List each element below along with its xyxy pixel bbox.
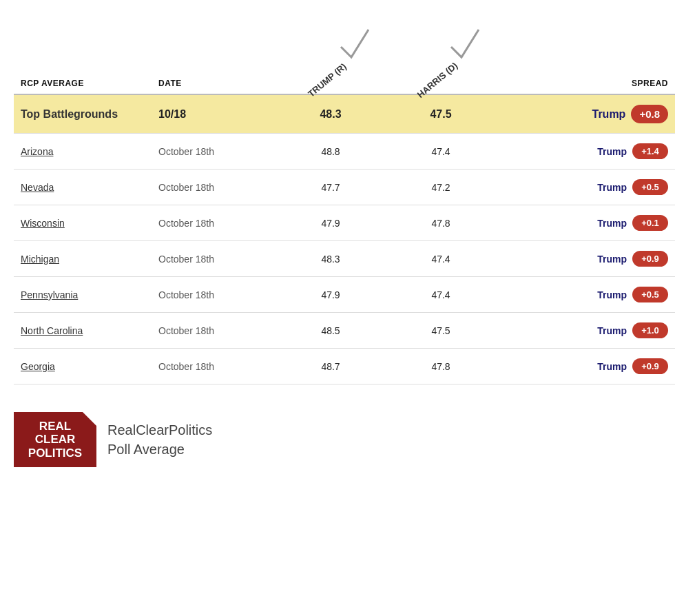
state-cell[interactable]: Wisconsin — [14, 205, 152, 241]
spread-inner: Trump +0.9 — [503, 358, 668, 374]
spread-badge: +0.1 — [632, 215, 668, 231]
battleground-trump-value: 48.3 — [320, 108, 341, 120]
battleground-summary-row: Top Battlegrounds 10/18 48.3 47.5 Trump … — [14, 94, 675, 134]
state-link[interactable]: Wisconsin — [21, 218, 65, 229]
harris-header-container: HARRIS (D) — [393, 26, 489, 88]
table-row: Pennsylvania October 18th 47.9 47.4 Trum… — [14, 277, 675, 313]
brand-text: RealClearPolitics Poll Average — [107, 420, 212, 459]
spread-inner: Trump +1.0 — [503, 322, 668, 338]
col-header-trump: TRUMP (R) — [276, 21, 386, 94]
battleground-spread-container: Trump +0.8 — [503, 105, 668, 123]
state-cell[interactable]: Georgia — [14, 349, 152, 384]
battleground-label: Top Battlegrounds — [21, 108, 118, 120]
date-cell: October 18th — [152, 205, 276, 241]
harris-value-cell: 47.4 — [386, 134, 496, 170]
date-cell: October 18th — [152, 241, 276, 277]
footer-branding: REAL CLEAR POLITICS RealClearPolitics Po… — [14, 412, 675, 467]
poll-table: RCP AVERAGE DATE TRUMP (R) — [14, 21, 675, 384]
state-link[interactable]: North Carolina — [21, 325, 83, 336]
spread-cell-container: Trump +0.1 — [496, 205, 675, 241]
spread-inner: Trump +1.4 — [503, 143, 668, 159]
col-header-harris: HARRIS (D) — [386, 21, 496, 94]
col-header-rcp: RCP AVERAGE — [14, 21, 152, 94]
state-link[interactable]: Georgia — [21, 361, 55, 372]
trump-col-label: TRUMP (R) — [306, 61, 348, 99]
spread-inner: Trump +0.5 — [503, 287, 668, 302]
state-cell[interactable]: Nevada — [14, 170, 152, 205]
spread-cell-container: Trump +0.9 — [496, 241, 675, 277]
col-header-date: DATE — [152, 21, 276, 94]
main-container: RCP AVERAGE DATE TRUMP (R) — [14, 14, 675, 467]
state-link[interactable]: Pennsylvania — [21, 289, 78, 300]
state-cell[interactable]: Pennsylvania — [14, 277, 152, 313]
trump-value-cell: 48.7 — [276, 349, 386, 384]
rcp-logo: REAL CLEAR POLITICS — [14, 412, 96, 467]
spread-badge: +0.5 — [632, 287, 668, 302]
harris-value-cell: 47.4 — [386, 277, 496, 313]
battleground-spread-badge: +0.8 — [631, 105, 668, 123]
logo-text: REAL CLEAR POLITICS — [28, 420, 82, 460]
harris-value-cell: 47.5 — [386, 313, 496, 349]
logo-corner-decoration — [83, 412, 96, 426]
battleground-trump-cell: 48.3 — [276, 94, 386, 134]
spread-cell-container: Trump +1.4 — [496, 134, 675, 170]
trump-value-cell: 48.8 — [276, 134, 386, 170]
state-cell[interactable]: North Carolina — [14, 313, 152, 349]
brand-text-line2: Poll Average — [107, 440, 212, 459]
state-link[interactable]: Michigan — [21, 254, 59, 265]
trump-value-cell: 47.7 — [276, 170, 386, 205]
date-cell: October 18th — [152, 349, 276, 384]
brand-text-line1: RealClearPolitics — [107, 420, 212, 440]
state-cell[interactable]: Arizona — [14, 134, 152, 170]
table-row: Michigan October 18th 48.3 47.4 Trump +0… — [14, 241, 675, 277]
spread-badge: +1.0 — [632, 322, 668, 338]
logo-line3: POLITICS — [28, 446, 82, 460]
table-row: Nevada October 18th 47.7 47.2 Trump +0.5 — [14, 170, 675, 205]
trump-value-cell: 48.5 — [276, 313, 386, 349]
state-link[interactable]: Nevada — [21, 182, 54, 193]
spread-cell-container: Trump +0.9 — [496, 349, 675, 384]
spread-label: Trump — [597, 361, 627, 372]
spread-label: Trump — [597, 289, 627, 300]
trump-value-cell: 48.3 — [276, 241, 386, 277]
battleground-date-cell: 10/18 — [152, 94, 276, 134]
table-row: North Carolina October 18th 48.5 47.5 Tr… — [14, 313, 675, 349]
date-cell: October 18th — [152, 313, 276, 349]
state-cell[interactable]: Michigan — [14, 241, 152, 277]
harris-value-cell: 47.8 — [386, 205, 496, 241]
battleground-harris-cell: 47.5 — [386, 94, 496, 134]
table-row: Arizona October 18th 48.8 47.4 Trump +1.… — [14, 134, 675, 170]
table-row: Wisconsin October 18th 47.9 47.8 Trump +… — [14, 205, 675, 241]
spread-badge: +1.4 — [632, 143, 668, 159]
rcp-header-label: RCP AVERAGE — [21, 79, 84, 88]
spread-label: Trump — [597, 218, 627, 229]
spread-badge: +0.9 — [632, 358, 668, 374]
logo-line2: CLEAR — [28, 433, 82, 446]
spread-inner: Trump +0.5 — [503, 179, 668, 195]
trump-value-cell: 47.9 — [276, 205, 386, 241]
battleground-harris-value: 47.5 — [430, 108, 451, 120]
battleground-spread-cell: Trump +0.8 — [496, 94, 675, 134]
spread-header-label: SPREAD — [632, 79, 668, 88]
battleground-date: 10/18 — [158, 108, 186, 120]
harris-checkmark-icon — [448, 26, 482, 61]
state-link[interactable]: Arizona — [21, 146, 53, 157]
logo-line1: REAL — [28, 420, 82, 433]
harris-value-cell: 47.2 — [386, 170, 496, 205]
date-cell: October 18th — [152, 134, 276, 170]
table-row: Georgia October 18th 48.7 47.8 Trump +0.… — [14, 349, 675, 384]
spread-label: Trump — [597, 146, 627, 157]
trump-checkmark-icon — [338, 26, 372, 61]
spread-cell-container: Trump +0.5 — [496, 277, 675, 313]
harris-value-cell: 47.4 — [386, 241, 496, 277]
date-cell: October 18th — [152, 170, 276, 205]
table-body: Top Battlegrounds 10/18 48.3 47.5 Trump … — [14, 94, 675, 384]
col-header-spread: SPREAD — [496, 21, 675, 94]
harris-value-cell: 47.8 — [386, 349, 496, 384]
trump-value-cell: 47.9 — [276, 277, 386, 313]
spread-badge: +0.5 — [632, 179, 668, 195]
spread-badge: +0.9 — [632, 251, 668, 267]
spread-inner: Trump +0.1 — [503, 215, 668, 231]
table-header-row: RCP AVERAGE DATE TRUMP (R) — [14, 21, 675, 94]
spread-label: Trump — [597, 325, 627, 336]
